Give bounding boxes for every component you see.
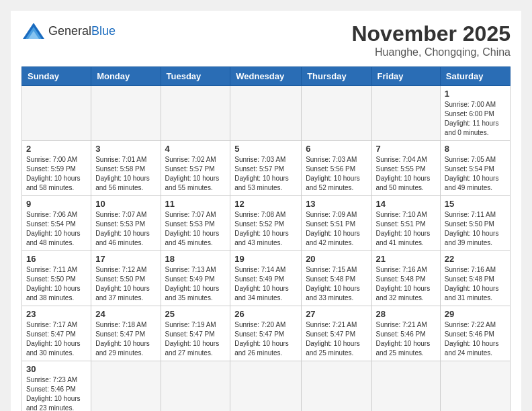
day-number: 2	[26, 144, 87, 154]
table-row: 5Sunrise: 7:03 AM Sunset: 5:57 PM Daylig…	[230, 141, 302, 196]
day-number: 26	[234, 309, 297, 319]
page-container: GeneralBlue November 2025 Huanghe, Chong…	[11, 11, 521, 411]
calendar-week-row: 2Sunrise: 7:00 AM Sunset: 5:59 PM Daylig…	[22, 141, 511, 196]
day-info: Sunrise: 7:14 AM Sunset: 5:49 PM Dayligh…	[234, 265, 297, 303]
table-row: 15Sunrise: 7:11 AM Sunset: 5:50 PM Dayli…	[440, 196, 510, 251]
day-info: Sunrise: 7:05 AM Sunset: 5:54 PM Dayligh…	[445, 155, 506, 193]
day-number: 19	[234, 254, 297, 264]
day-number: 23	[26, 309, 87, 319]
day-number: 15	[445, 199, 506, 209]
table-row: 21Sunrise: 7:16 AM Sunset: 5:48 PM Dayli…	[371, 251, 440, 306]
day-info: Sunrise: 7:11 AM Sunset: 5:50 PM Dayligh…	[445, 210, 506, 248]
day-number: 10	[95, 199, 156, 209]
calendar-week-row: 16Sunrise: 7:11 AM Sunset: 5:50 PM Dayli…	[22, 251, 511, 306]
day-number: 13	[306, 199, 367, 209]
day-info: Sunrise: 7:18 AM Sunset: 5:47 PM Dayligh…	[95, 320, 156, 358]
day-info: Sunrise: 7:04 AM Sunset: 5:55 PM Dayligh…	[376, 155, 436, 193]
table-row	[440, 361, 510, 412]
day-info: Sunrise: 7:22 AM Sunset: 5:46 PM Dayligh…	[445, 320, 506, 358]
day-info: Sunrise: 7:07 AM Sunset: 5:53 PM Dayligh…	[95, 210, 156, 248]
table-row: 28Sunrise: 7:21 AM Sunset: 5:46 PM Dayli…	[371, 306, 440, 361]
day-info: Sunrise: 7:19 AM Sunset: 5:47 PM Dayligh…	[165, 320, 226, 358]
table-row: 16Sunrise: 7:11 AM Sunset: 5:50 PM Dayli…	[22, 251, 91, 306]
calendar-week-row: 9Sunrise: 7:06 AM Sunset: 5:54 PM Daylig…	[22, 196, 511, 251]
day-number: 12	[234, 199, 297, 209]
col-sunday: Sunday	[22, 67, 91, 86]
table-row	[302, 361, 371, 412]
table-row: 14Sunrise: 7:10 AM Sunset: 5:51 PM Dayli…	[371, 196, 440, 251]
day-number: 22	[445, 254, 506, 264]
table-row: 20Sunrise: 7:15 AM Sunset: 5:48 PM Dayli…	[302, 251, 371, 306]
day-number: 16	[26, 254, 87, 264]
col-friday: Friday	[371, 67, 440, 86]
col-tuesday: Tuesday	[161, 67, 230, 86]
logo-icon	[21, 21, 46, 40]
title-block: November 2025 Huanghe, Chongqing, China	[351, 21, 511, 58]
day-number: 5	[234, 144, 297, 154]
table-row: 22Sunrise: 7:16 AM Sunset: 5:48 PM Dayli…	[440, 251, 510, 306]
logo: GeneralBlue	[21, 21, 116, 40]
day-info: Sunrise: 7:21 AM Sunset: 5:46 PM Dayligh…	[376, 320, 436, 358]
table-row	[161, 86, 230, 141]
table-row: 18Sunrise: 7:13 AM Sunset: 5:49 PM Dayli…	[161, 251, 230, 306]
table-row: 26Sunrise: 7:20 AM Sunset: 5:47 PM Dayli…	[230, 306, 302, 361]
day-info: Sunrise: 7:12 AM Sunset: 5:50 PM Dayligh…	[95, 265, 156, 303]
logo-text: GeneralBlue	[48, 24, 116, 38]
day-number: 3	[95, 144, 156, 154]
day-number: 7	[376, 144, 436, 154]
day-info: Sunrise: 7:13 AM Sunset: 5:49 PM Dayligh…	[165, 265, 226, 303]
table-row	[91, 86, 161, 141]
table-row	[371, 86, 440, 141]
day-number: 27	[306, 309, 367, 319]
table-row	[230, 86, 302, 141]
calendar-week-row: 23Sunrise: 7:17 AM Sunset: 5:47 PM Dayli…	[22, 306, 511, 361]
col-thursday: Thursday	[302, 67, 371, 86]
day-number: 4	[165, 144, 226, 154]
day-info: Sunrise: 7:00 AM Sunset: 5:59 PM Dayligh…	[26, 155, 87, 193]
table-row	[371, 361, 440, 412]
day-info: Sunrise: 7:01 AM Sunset: 5:58 PM Dayligh…	[95, 155, 156, 193]
table-row: 27Sunrise: 7:21 AM Sunset: 5:47 PM Dayli…	[302, 306, 371, 361]
calendar-week-row: 30Sunrise: 7:23 AM Sunset: 5:46 PM Dayli…	[22, 361, 511, 412]
day-info: Sunrise: 7:09 AM Sunset: 5:51 PM Dayligh…	[306, 210, 367, 248]
table-row	[22, 86, 91, 141]
table-row	[230, 361, 302, 412]
col-wednesday: Wednesday	[230, 67, 302, 86]
table-row: 6Sunrise: 7:03 AM Sunset: 5:56 PM Daylig…	[302, 141, 371, 196]
table-row: 30Sunrise: 7:23 AM Sunset: 5:46 PM Dayli…	[22, 361, 91, 412]
table-row	[161, 361, 230, 412]
day-info: Sunrise: 7:08 AM Sunset: 5:52 PM Dayligh…	[234, 210, 297, 248]
table-row	[302, 86, 371, 141]
day-number: 30	[26, 364, 87, 374]
day-info: Sunrise: 7:00 AM Sunset: 6:00 PM Dayligh…	[445, 100, 506, 138]
day-info: Sunrise: 7:07 AM Sunset: 5:53 PM Dayligh…	[165, 210, 226, 248]
day-number: 17	[95, 254, 156, 264]
day-info: Sunrise: 7:23 AM Sunset: 5:46 PM Dayligh…	[26, 375, 87, 411]
day-number: 8	[445, 144, 506, 154]
day-number: 11	[165, 199, 226, 209]
table-row: 8Sunrise: 7:05 AM Sunset: 5:54 PM Daylig…	[440, 141, 510, 196]
day-info: Sunrise: 7:02 AM Sunset: 5:57 PM Dayligh…	[165, 155, 226, 193]
table-row: 23Sunrise: 7:17 AM Sunset: 5:47 PM Dayli…	[22, 306, 91, 361]
day-number: 9	[26, 199, 87, 209]
table-row: 4Sunrise: 7:02 AM Sunset: 5:57 PM Daylig…	[161, 141, 230, 196]
table-row: 3Sunrise: 7:01 AM Sunset: 5:58 PM Daylig…	[91, 141, 161, 196]
col-monday: Monday	[91, 67, 161, 86]
table-row: 19Sunrise: 7:14 AM Sunset: 5:49 PM Dayli…	[230, 251, 302, 306]
day-number: 24	[95, 309, 156, 319]
day-number: 28	[376, 309, 436, 319]
location: Huanghe, Chongqing, China	[351, 46, 511, 58]
table-row: 10Sunrise: 7:07 AM Sunset: 5:53 PM Dayli…	[91, 196, 161, 251]
table-row: 24Sunrise: 7:18 AM Sunset: 5:47 PM Dayli…	[91, 306, 161, 361]
calendar-table: Sunday Monday Tuesday Wednesday Thursday…	[21, 66, 511, 411]
day-number: 20	[306, 254, 367, 264]
day-info: Sunrise: 7:11 AM Sunset: 5:50 PM Dayligh…	[26, 265, 87, 303]
table-row: 29Sunrise: 7:22 AM Sunset: 5:46 PM Dayli…	[440, 306, 510, 361]
calendar-week-row: 1Sunrise: 7:00 AM Sunset: 6:00 PM Daylig…	[22, 86, 511, 141]
day-number: 6	[306, 144, 367, 154]
day-info: Sunrise: 7:16 AM Sunset: 5:48 PM Dayligh…	[445, 265, 506, 303]
table-row: 7Sunrise: 7:04 AM Sunset: 5:55 PM Daylig…	[371, 141, 440, 196]
day-number: 18	[165, 254, 226, 264]
day-info: Sunrise: 7:03 AM Sunset: 5:57 PM Dayligh…	[234, 155, 297, 193]
calendar-header-row: Sunday Monday Tuesday Wednesday Thursday…	[22, 67, 511, 86]
